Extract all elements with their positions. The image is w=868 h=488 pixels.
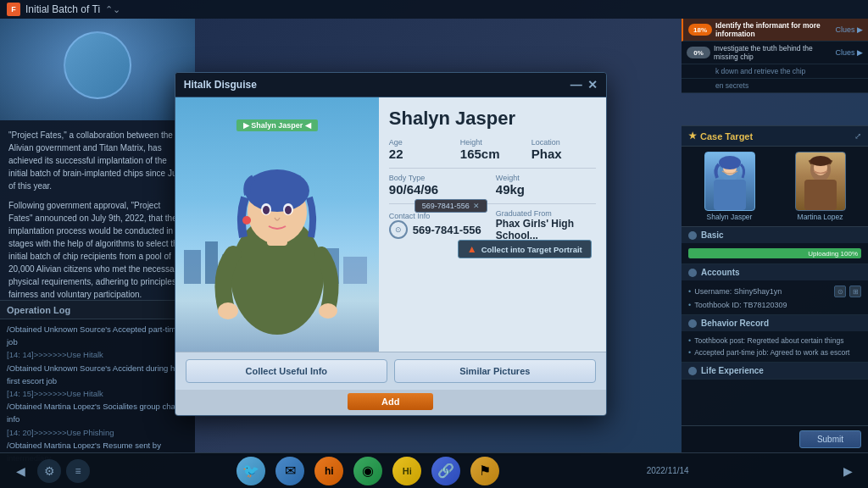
- dot-4: •: [688, 348, 691, 357]
- svg-point-5: [719, 156, 741, 169]
- quest-text-3: k down and retrieve the chip: [687, 67, 863, 75]
- gold-app-icon[interactable]: ⚑: [470, 457, 499, 485]
- article-text-1: "Project Fates," a collaboration between…: [8, 129, 186, 192]
- green-app-icon[interactable]: ◉: [353, 457, 382, 485]
- add-button[interactable]: Add: [348, 393, 433, 410]
- copy-btn-1[interactable]: ⊙: [834, 286, 846, 297]
- svg-point-29: [319, 303, 337, 319]
- quest-badge-1: 18%: [688, 24, 712, 36]
- case-target-title: ★ Case Target: [688, 130, 753, 141]
- blue-app-icon[interactable]: 🔗: [431, 457, 460, 485]
- taskbar: ◀ ⚙ ≡ 🐦 ✉ hi ◉ Hi 🔗 ⚑ 2022/11/14 ▶: [0, 452, 868, 488]
- basic-header: Basic: [682, 227, 868, 243]
- contact-field: Contact Info ⊙ 569-7841-556: [389, 212, 489, 239]
- svg-rect-1: [714, 180, 746, 210]
- profile-grid-mid: Body Type 90/64/96 Weight 49kg: [389, 174, 596, 197]
- orange-app-icon[interactable]: hi: [314, 457, 343, 485]
- svg-point-25: [263, 206, 270, 214]
- submit-area: Submit: [682, 425, 868, 452]
- hi-app-icon[interactable]: Hi: [392, 457, 421, 485]
- graduated-field: Graduated From Phax Girls' High School..…: [496, 209, 596, 241]
- taskbar-left: ◀ ⚙ ≡: [8, 459, 90, 483]
- portrait-name-1: Shalyn Jasper: [707, 213, 753, 221]
- star-icon: ★: [688, 130, 697, 141]
- life-section: Life Experience: [682, 363, 868, 380]
- graduated-label: Graduated From: [496, 209, 596, 218]
- modal-close[interactable]: ✕: [587, 78, 598, 92]
- age-field: Age 22: [389, 138, 453, 161]
- quest-badge-2: 0%: [687, 47, 710, 58]
- log-entry-3: /Obtained Martina Lopez's Socialites gro…: [7, 400, 188, 425]
- body-field: Body Type 90/64/96: [389, 174, 489, 197]
- log-time-3: [14: 20]>>>>>>>Use Phishing: [7, 426, 188, 439]
- taskbar-settings-btn[interactable]: ⚙: [37, 459, 61, 483]
- progress-bar: Uploading 100%: [688, 248, 861, 258]
- quest-clues-1[interactable]: Clues ▶: [835, 25, 863, 34]
- portrait-card-2[interactable]: Martina Lopez: [777, 152, 863, 221]
- collect-tooltip[interactable]: ▲ Collect into Target Portrait: [458, 240, 592, 258]
- accounts-body: • Username: Shiny5hay1yn ⊙ ⊞ • Toothbook…: [682, 280, 868, 314]
- submit-button[interactable]: Submit: [799, 430, 861, 448]
- modal-minimize[interactable]: —: [570, 78, 582, 92]
- expand-arrows[interactable]: ⌃⌄: [105, 4, 120, 15]
- quest-item-4: en secrets: [682, 79, 868, 93]
- quest-item-1[interactable]: 18% Identify the informant for more info…: [682, 19, 868, 42]
- divider-1: [389, 168, 596, 169]
- taskbar-right-arrow[interactable]: ▶: [836, 459, 860, 483]
- collect-useful-info-button[interactable]: Collect Useful Info: [186, 359, 387, 383]
- contact-value-row: ⊙ 569-7841-556: [389, 220, 489, 239]
- dot-2: •: [688, 301, 691, 309]
- collect-arrow-icon: ▲: [467, 243, 477, 255]
- left-panel-text: "Project Fates," a collaboration between…: [0, 120, 195, 316]
- case-target-header: ★ Case Target ⤢: [682, 126, 868, 147]
- life-title: Life Experience: [701, 366, 764, 375]
- quest-clues-2[interactable]: Clues ▶: [835, 48, 863, 57]
- profile-grid-top: Age 22 Height 165cm Location Phax: [389, 138, 596, 161]
- contact-copy-btn[interactable]: ⊙: [389, 220, 408, 239]
- behavior-body: • Toothbook post: Regretted about certai…: [682, 331, 868, 362]
- similar-pictures-button[interactable]: Similar Pictures: [394, 359, 596, 383]
- weight-value: 49kg: [496, 182, 596, 197]
- contact-label: Contact Info: [389, 212, 489, 220]
- character-name-tag: ▶ Shalyn Jasper ◀: [236, 119, 318, 131]
- behavior-header: Behavior Record: [682, 315, 868, 331]
- portrait-card-1[interactable]: Shalyn Jasper: [687, 152, 772, 221]
- modal-titlebar: Hitalk Disguise — ✕: [175, 73, 606, 97]
- basic-section: Basic Uploading 100%: [682, 227, 868, 264]
- app-icon: F: [7, 3, 20, 16]
- character-art: [175, 97, 379, 352]
- height-label: Height: [460, 138, 525, 147]
- age-value: 22: [389, 147, 453, 161]
- mail-app-icon[interactable]: ✉: [275, 457, 304, 485]
- modal-footer: Collect Useful Info Similar Pictures: [175, 352, 606, 390]
- contact-row: Contact Info ⊙ 569-7841-556 Graduated Fr…: [389, 209, 596, 241]
- op-log-title: Operation Log: [7, 305, 70, 315]
- accounts-title: Accounts: [701, 268, 740, 277]
- accounts-section: Accounts • Username: Shiny5hay1yn ⊙ ⊞ • …: [682, 264, 868, 315]
- window-title: Initial Batch of Ti: [25, 3, 100, 15]
- modal-profile: Shalyn Jasper Age 22 Height 165cm Locati…: [379, 97, 606, 352]
- expand-icon[interactable]: ⤢: [854, 131, 861, 141]
- progress-fill: Uploading 100%: [688, 248, 861, 258]
- taskbar-right: 2022/11/14: [647, 466, 689, 475]
- weight-field: Weight 49kg: [496, 174, 596, 197]
- behavior-icon: [688, 319, 697, 328]
- bird-app-icon[interactable]: 🐦: [236, 457, 265, 485]
- life-icon: [688, 367, 697, 375]
- contact-tooltip: 569-7841-556 ✕: [415, 199, 487, 213]
- modal-character-area: ▶ Shalyn Jasper ◀: [175, 97, 379, 352]
- modal-controls: — ✕: [570, 78, 598, 92]
- op-log-header: Operation Log ▶: [0, 301, 195, 319]
- case-target-label: Case Target: [700, 131, 753, 141]
- taskbar-center: 🐦 ✉ hi ◉ Hi 🔗 ⚑: [236, 457, 499, 485]
- close-badge-icon[interactable]: ✕: [473, 202, 480, 210]
- quest-item-2[interactable]: 0% Investigate the truth behind the miss…: [682, 42, 868, 64]
- taskbar-left-arrow[interactable]: ◀: [8, 459, 32, 483]
- profile-name: Shalyn Jasper: [389, 108, 596, 130]
- taskbar-menu-btn[interactable]: ≡: [66, 459, 90, 483]
- info-btn-1[interactable]: ⊞: [849, 286, 861, 297]
- modal: Hitalk Disguise — ✕: [175, 72, 607, 416]
- quest-area: 18% Identify the informant for more info…: [682, 19, 868, 93]
- dot-1: •: [688, 287, 691, 296]
- modal-body: ▶ Shalyn Jasper ◀ Shalyn Jasper Age 22 H…: [175, 97, 606, 352]
